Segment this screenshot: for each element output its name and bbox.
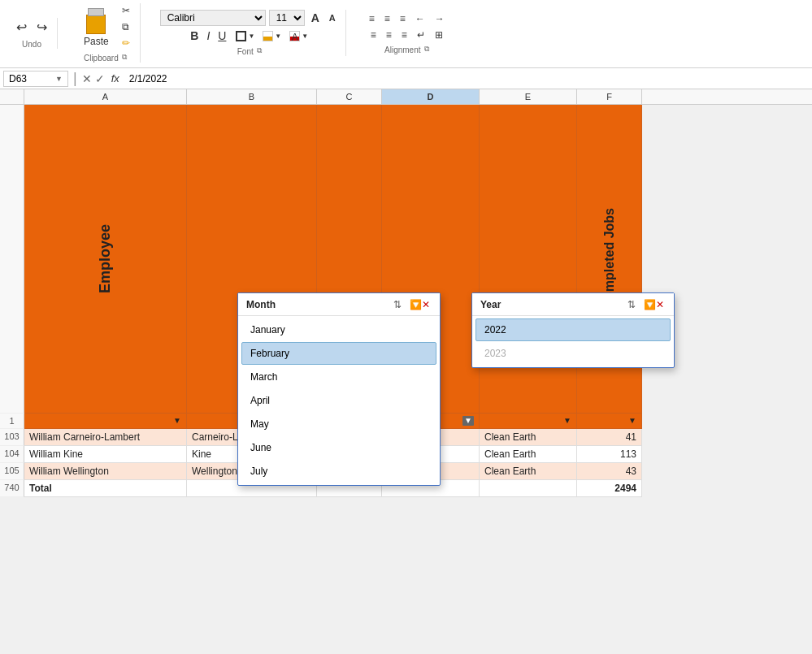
filter-arrow-d[interactable]: ▼ [462, 416, 474, 426]
indent-decrease-button[interactable]: ← [412, 11, 428, 26]
align-center-button[interactable]: ≡ [381, 11, 393, 26]
indent-decrease-icon: ← [415, 13, 425, 24]
font-family-select[interactable]: Calibri [160, 10, 266, 26]
align-right-button[interactable]: ≡ [397, 11, 409, 26]
align-right-icon: ≡ [400, 13, 406, 24]
decrease-font-button[interactable]: A [326, 11, 339, 24]
formula-icons: ✕ ✓ [82, 72, 105, 85]
month-filter-dropdown: Month ⇅ 🔽✕ January February March April … [237, 292, 441, 486]
month-item-june[interactable]: June [241, 436, 436, 459]
month-item-may[interactable]: May [241, 413, 436, 435]
fill-color-button[interactable]: ▼ [259, 29, 284, 43]
filter-arrow-f[interactable]: ▼ [628, 416, 636, 426]
cell-105-a[interactable]: William Wellington [24, 463, 187, 480]
font-expand-icon[interactable]: ⧉ [257, 46, 262, 55]
month-item-april[interactable]: April [241, 389, 436, 412]
month-filter-clear-button[interactable]: 🔽✕ [408, 298, 432, 310]
font-label: Font [237, 47, 254, 56]
clipboard-expand-icon[interactable]: ⧉ [122, 53, 127, 62]
formula-confirm-button[interactable]: ✓ [95, 72, 105, 85]
alignment-expand-icon[interactable]: ⧉ [424, 45, 429, 54]
italic-button[interactable]: I [203, 28, 213, 44]
year-dropdown-header: Year ⇅ 🔽✕ [472, 293, 674, 316]
cell-105-e[interactable]: Clean Earth [480, 463, 577, 480]
increase-font-button[interactable]: A [308, 10, 323, 26]
indent-increase-icon: → [435, 13, 445, 24]
align-bottom-left-button[interactable]: ≡ [367, 28, 380, 42]
fx-label: fx [111, 72, 119, 84]
col-header-c[interactable]: C [317, 89, 382, 104]
borders-icon [236, 31, 246, 41]
employee-column-header: Employee [24, 105, 187, 414]
cell-103-e[interactable]: Clean Earth [480, 429, 577, 446]
clipboard-row: Paste ✂ ⧉ ✏ [77, 3, 133, 50]
wrap-text-button[interactable]: ↵ [414, 28, 428, 42]
increase-font-icon: A [311, 11, 319, 24]
formula-input[interactable] [126, 71, 809, 86]
month-item-february[interactable]: February [241, 342, 436, 365]
clipboard-label: Clipboard [84, 54, 119, 63]
undo-row: ↩ ↪ [13, 18, 50, 37]
col-header-f[interactable]: F [577, 89, 642, 104]
alignment-group: ≡ ≡ ≡ ← → ≡ ≡ ≡ [359, 11, 454, 54]
cut-icon: ✂ [122, 5, 130, 16]
copy-button[interactable]: ⧉ [119, 19, 133, 34]
format-painter-button[interactable]: ✏ [119, 36, 133, 50]
undo-label: Undo [22, 40, 41, 49]
cell-103-f[interactable]: 41 [577, 429, 642, 446]
cell-103-a[interactable]: William Carneiro-Lambert [24, 429, 187, 446]
col-header-a[interactable]: A [24, 89, 187, 104]
font-size-select[interactable]: 11 [269, 10, 305, 26]
filter-arrow-e[interactable]: ▼ [563, 416, 571, 426]
borders-button[interactable]: ▼ [232, 29, 258, 43]
font-color-button[interactable]: A ▼ [286, 29, 311, 43]
alignment-row2: ≡ ≡ ≡ ↵ ⊞ [367, 28, 446, 42]
cell-104-a[interactable]: William Kine [24, 446, 187, 463]
cell-104-e[interactable]: Clean Earth [480, 446, 577, 463]
employee-label: Employee [97, 224, 114, 293]
cell-ref-value: D63 [9, 73, 27, 84]
year-filter-clear-button[interactable]: 🔽✕ [642, 298, 666, 310]
cell-104-f[interactable]: 113 [577, 446, 642, 463]
year-dropdown-title: Year [480, 299, 501, 310]
italic-icon: I [206, 29, 210, 42]
year-sort-button[interactable]: ⇅ [626, 298, 637, 310]
font-color-icon: A [289, 31, 300, 41]
month-item-march[interactable]: March [241, 366, 436, 388]
filter-arrow-a[interactable]: ▼ [173, 416, 181, 426]
format-painter-icon: ✏ [122, 37, 130, 49]
borders-arrow: ▼ [248, 32, 254, 40]
alignment-label: Alignment [384, 45, 420, 54]
month-sort-button[interactable]: ⇅ [392, 298, 403, 310]
bold-button[interactable]: B [187, 28, 202, 44]
row-number-header [0, 89, 24, 104]
col-header-d[interactable]: D [382, 89, 480, 104]
month-item-july[interactable]: July [241, 460, 436, 483]
formula-cancel-button[interactable]: ✕ [82, 72, 92, 85]
redo-button[interactable]: ↪ [33, 18, 50, 37]
align-top-left-icon: ≡ [369, 13, 375, 24]
align-top-left-button[interactable]: ≡ [366, 11, 378, 26]
font-color-arrow: ▼ [302, 32, 308, 40]
col-header-b[interactable]: B [187, 89, 317, 104]
header-row-number: 1 [0, 414, 24, 429]
indent-increase-button[interactable]: → [432, 11, 448, 26]
year-item-2022[interactable]: 2022 [475, 318, 671, 341]
copy-icon: ⧉ [122, 21, 129, 32]
col-header-e[interactable]: E [480, 89, 577, 104]
align-bottom-center-button[interactable]: ≡ [383, 28, 395, 42]
cell-105-f[interactable]: 43 [577, 463, 642, 480]
month-item-january[interactable]: January [241, 318, 436, 341]
alignment-row1: ≡ ≡ ≡ ← → [366, 11, 448, 26]
clipboard-top-icon [88, 8, 104, 16]
year-item-2023[interactable]: 2023 [475, 342, 671, 365]
underline-icon: U [218, 29, 226, 42]
cell-reference-box[interactable]: D63 ▼ [3, 71, 68, 87]
align-bottom-right-button[interactable]: ≡ [398, 28, 410, 42]
total-value: 2494 [577, 480, 642, 497]
paste-button[interactable]: Paste [77, 3, 115, 50]
undo-button[interactable]: ↩ [13, 18, 30, 37]
underline-button[interactable]: U [215, 28, 231, 44]
merge-cells-button[interactable]: ⊞ [432, 28, 446, 42]
cut-button[interactable]: ✂ [119, 3, 133, 18]
